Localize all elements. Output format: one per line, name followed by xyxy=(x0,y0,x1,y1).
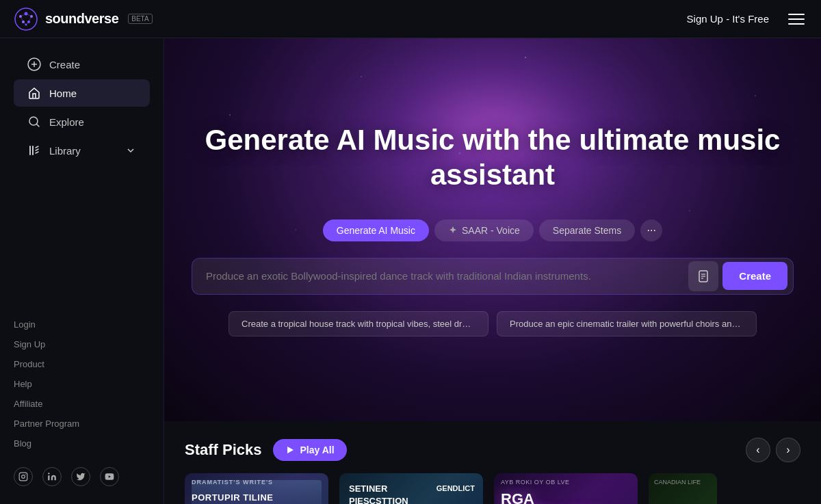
sidebar-spacer xyxy=(0,171,164,310)
create-button[interactable]: Create xyxy=(722,262,787,290)
staff-picks-left: Staff Picks Play All xyxy=(185,439,347,461)
staff-pick-card-2[interactable]: SETINERPIESCSTTION GENDLICT BEN/ENMRHBC xyxy=(339,473,483,504)
social-icons-row xyxy=(0,460,164,493)
logo-icon xyxy=(14,7,38,31)
prompt-input-row: Create xyxy=(192,258,794,295)
svg-point-0 xyxy=(15,8,37,30)
svg-line-20 xyxy=(36,146,38,148)
tabs-more-button[interactable]: ··· xyxy=(640,220,662,241)
suggestion-2[interactable]: Produce an epic cinematic trailer with p… xyxy=(497,311,757,336)
sidebar-link-help[interactable]: Help xyxy=(14,375,150,393)
svg-line-21 xyxy=(36,149,38,150)
svg-point-24 xyxy=(22,475,25,479)
logo-wordmark: soundverse xyxy=(45,11,118,27)
play-icon xyxy=(285,445,295,455)
sidebar-item-home[interactable]: Home xyxy=(14,79,150,107)
hero-title: Generate AI Music with the ultimate musi… xyxy=(192,123,794,192)
svg-point-25 xyxy=(25,474,26,475)
tab-saar-voice[interactable]: SAAR - Voice xyxy=(434,220,534,241)
prompt-input[interactable] xyxy=(206,262,688,290)
svg-point-26 xyxy=(48,473,49,474)
svg-line-12 xyxy=(21,16,23,22)
library-icon xyxy=(27,144,41,157)
card-1-title: PORTUPIR TILINE xyxy=(192,492,273,503)
sidebar-link-partner[interactable]: Partner Program xyxy=(14,415,150,432)
sidebar-link-affiliate[interactable]: Affiliate xyxy=(14,395,150,412)
home-icon xyxy=(27,86,41,100)
svg-line-17 xyxy=(37,124,40,127)
sidebar-item-explore[interactable]: Explore xyxy=(14,108,150,135)
explore-icon xyxy=(27,115,41,129)
create-icon xyxy=(27,57,41,71)
sidebar-home-label: Home xyxy=(49,88,77,99)
sidebar-bottom-links: Login Sign Up Product Help Affiliate Par… xyxy=(0,310,164,457)
carousel-nav-arrows: ‹ › xyxy=(746,438,800,462)
staff-pick-card-4[interactable]: CANADIAN LIFE xyxy=(649,473,717,504)
suggestions-row: Create a tropical house track with tropi… xyxy=(192,311,794,336)
signup-link[interactable]: Sign Up - It's Free xyxy=(687,13,769,25)
svg-line-11 xyxy=(23,22,26,25)
sidebar-item-library[interactable]: Library xyxy=(14,137,150,164)
logo[interactable]: soundverse BETA xyxy=(14,7,153,31)
more-dots-icon: ··· xyxy=(647,224,656,237)
sidebar: Create Home Explore xyxy=(0,38,164,504)
top-navigation: soundverse BETA Sign Up - It's Free xyxy=(0,0,821,38)
staff-picks-cards: DRAMATIST'S WRITE'S PORTUPIR TILINE xyxy=(185,473,800,504)
next-arrow-icon: › xyxy=(786,444,790,456)
hamburger-menu[interactable] xyxy=(785,11,807,27)
feature-tabs: Generate AI Music SAAR - Voice Separate … xyxy=(192,220,794,241)
suggestion-1[interactable]: Create a tropical house track with tropi… xyxy=(229,311,488,336)
svg-line-10 xyxy=(26,22,29,25)
tab-generate-ai-music[interactable]: Generate AI Music xyxy=(323,220,429,241)
carousel-next-button[interactable]: › xyxy=(776,438,800,462)
file-attach-button[interactable] xyxy=(688,261,718,291)
library-chevron-icon xyxy=(125,145,136,156)
sidebar-library-label: Library xyxy=(49,145,117,157)
hero-content: Generate AI Music with the ultimate musi… xyxy=(164,123,821,336)
prev-arrow-icon: ‹ xyxy=(756,444,759,456)
sidebar-link-signup[interactable]: Sign Up xyxy=(14,336,150,353)
main-layout: Create Home Explore xyxy=(0,38,821,504)
staff-pick-card-3[interactable]: AYB ROKI OY OB LVE RGAOIOPS LIVE xyxy=(494,473,638,504)
carousel-prev-button[interactable]: ‹ xyxy=(746,438,770,462)
sidebar-item-create[interactable]: Create xyxy=(14,51,150,78)
instagram-icon[interactable] xyxy=(14,467,33,486)
staff-picks-title: Staff Picks xyxy=(185,441,262,459)
sidebar-link-product[interactable]: Product xyxy=(14,356,150,373)
svg-marker-32 xyxy=(287,447,294,453)
play-all-button[interactable]: Play All xyxy=(273,439,347,461)
svg-line-22 xyxy=(36,152,38,153)
nav-right: Sign Up - It's Free xyxy=(687,11,807,27)
card-2-gendlict: GENDLICT xyxy=(436,484,475,492)
beta-badge: BETA xyxy=(128,14,152,24)
svg-line-9 xyxy=(29,16,31,22)
sidebar-top: Create Home Explore xyxy=(0,49,164,165)
sidebar-link-blog[interactable]: Blog xyxy=(14,435,150,452)
tab-separate-stems[interactable]: Separate Stems xyxy=(539,220,635,241)
hero-section: Generate AI Music with the ultimate musi… xyxy=(164,38,821,421)
staff-picks-header: Staff Picks Play All ‹ › xyxy=(185,438,800,462)
sidebar-link-login[interactable]: Login xyxy=(14,316,150,333)
youtube-icon[interactable] xyxy=(100,467,119,486)
svg-rect-23 xyxy=(19,473,27,481)
linkedin-icon[interactable] xyxy=(42,467,62,486)
card-3-title: RGAOIOPS xyxy=(501,491,549,504)
main-content: Generate AI Music with the ultimate musi… xyxy=(164,38,821,504)
twitter-icon[interactable] xyxy=(71,467,90,486)
sparkle-icon xyxy=(448,226,458,235)
staff-pick-card-1[interactable]: DRAMATIST'S WRITE'S PORTUPIR TILINE xyxy=(185,473,328,504)
staff-picks-section: Staff Picks Play All ‹ › xyxy=(164,421,821,504)
file-icon xyxy=(696,269,710,283)
sidebar-explore-label: Explore xyxy=(49,116,84,128)
sidebar-create-label: Create xyxy=(49,59,80,70)
